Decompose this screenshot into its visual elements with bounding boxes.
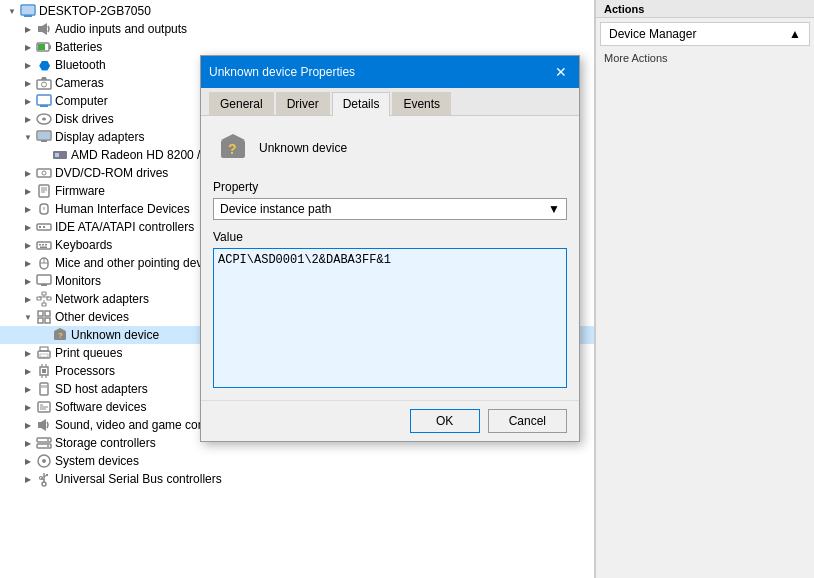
mouse-icon [36, 255, 52, 271]
svg-rect-3 [38, 26, 42, 32]
audio-label: Audio inputs and outputs [55, 22, 187, 36]
processors-label: Processors [55, 364, 115, 378]
root-label: DESKTOP-2GB7050 [39, 4, 151, 18]
svg-rect-52 [38, 318, 43, 323]
svg-marker-4 [42, 23, 47, 35]
mice-expand-icon: ▶ [20, 255, 36, 271]
other-expand-icon: ▼ [20, 309, 36, 325]
sound-expand-icon: ▶ [20, 417, 36, 433]
svg-point-79 [47, 445, 49, 447]
svg-rect-50 [38, 311, 43, 316]
svg-rect-2 [22, 6, 34, 14]
svg-rect-74 [38, 422, 41, 428]
ide-label: IDE ATA/ATAPI controllers [55, 220, 194, 234]
print-expand-icon: ▶ [20, 345, 36, 361]
svg-point-87 [42, 482, 46, 486]
svg-rect-17 [38, 132, 50, 139]
tree-root[interactable]: ▼ DESKTOP-2GB7050 [0, 2, 594, 20]
svg-point-78 [47, 439, 49, 441]
dialog-titlebar: Unknown device Properties ✕ [201, 56, 579, 88]
svg-rect-84 [46, 474, 48, 476]
device-info-name: Unknown device [259, 141, 347, 155]
svg-rect-66 [40, 383, 48, 395]
more-actions-item[interactable]: More Actions [596, 50, 814, 66]
system-icon [36, 453, 52, 469]
firmware-expand-icon: ▶ [20, 183, 36, 199]
tab-general[interactable]: General [209, 92, 274, 115]
cancel-button[interactable]: Cancel [488, 409, 567, 433]
other-label: Other devices [55, 310, 129, 324]
tree-item-batteries[interactable]: ▶ Batteries [0, 38, 594, 56]
storage-expand-icon: ▶ [20, 435, 36, 451]
ide-expand-icon: ▶ [20, 219, 36, 235]
property-dropdown-value: Device instance path [220, 202, 331, 216]
sd-label: SD host adapters [55, 382, 148, 396]
hid-icon [36, 201, 52, 217]
monitors-expand-icon: ▶ [20, 273, 36, 289]
other-icon [36, 309, 52, 325]
svg-rect-31 [43, 226, 45, 228]
unknown-device-label: Unknown device [71, 328, 159, 342]
camera-icon [36, 75, 52, 91]
svg-rect-1 [24, 15, 32, 17]
tab-driver[interactable]: Driver [276, 92, 330, 115]
keyboards-expand-icon: ▶ [20, 237, 36, 253]
monitors-label: Monitors [55, 274, 101, 288]
svg-marker-75 [41, 419, 46, 431]
dialog-title: Unknown device Properties [209, 65, 355, 79]
mice-label: Mice and other pointing devices [55, 256, 224, 270]
value-box[interactable]: ACPI\ASD0001\2&DABA3FF&1 [213, 248, 567, 388]
batteries-expand-icon: ▶ [20, 39, 36, 55]
tree-item-system[interactable]: ▶ System devices [0, 452, 594, 470]
device-manager-button[interactable]: Device Manager ▲ [600, 22, 810, 46]
cameras-expand-icon: ▶ [20, 75, 36, 91]
root-expand-icon: ▼ [4, 3, 20, 19]
dialog-close-button[interactable]: ✕ [551, 62, 571, 82]
svg-rect-45 [42, 303, 46, 306]
value-content: ACPI\ASD0001\2&DABA3FF&1 [218, 253, 391, 267]
actions-label: Actions [604, 3, 644, 15]
tree-item-usb[interactable]: ▶ Universal Serial Bus controllers [0, 470, 594, 488]
svg-text:⬣: ⬣ [39, 58, 51, 73]
amd-icon [52, 147, 68, 163]
tab-events[interactable]: Events [392, 92, 451, 115]
monitor-icon [36, 273, 52, 289]
svg-rect-40 [37, 275, 51, 284]
storage-icon [36, 435, 52, 451]
computer-label: Computer [55, 94, 108, 108]
unknown-device-icon: ? [52, 327, 68, 343]
svg-point-10 [42, 82, 47, 87]
property-dropdown[interactable]: Device instance path ▼ [213, 198, 567, 220]
system-expand-icon: ▶ [20, 453, 36, 469]
svg-rect-42 [42, 292, 46, 295]
svg-marker-11 [41, 77, 47, 80]
value-label: Value [213, 230, 567, 244]
tab-details[interactable]: Details [332, 92, 391, 116]
network-expand-icon: ▶ [20, 291, 36, 307]
ok-button[interactable]: OK [410, 409, 480, 433]
computer2-icon [36, 93, 52, 109]
dvd-label: DVD/CD-ROM drives [55, 166, 168, 180]
tree-item-audio[interactable]: ▶ Audio inputs and outputs [0, 20, 594, 38]
svg-point-15 [42, 118, 46, 121]
sd-expand-icon: ▶ [20, 381, 36, 397]
ide-icon [36, 219, 52, 235]
svg-rect-6 [49, 45, 51, 49]
software-expand-icon: ▶ [20, 399, 36, 415]
batteries-label: Batteries [55, 40, 102, 54]
svg-point-22 [42, 171, 46, 175]
properties-dialog: Unknown device Properties ✕ General Driv… [200, 55, 580, 442]
computer-expand-icon: ▶ [20, 93, 36, 109]
keyboards-label: Keyboards [55, 238, 112, 252]
software-label: Software devices [55, 400, 146, 414]
svg-rect-21 [37, 169, 51, 177]
svg-rect-51 [45, 311, 50, 316]
processor-icon [36, 363, 52, 379]
firmware-icon [36, 183, 52, 199]
svg-text:?: ? [58, 331, 63, 340]
svg-rect-18 [41, 140, 47, 142]
svg-rect-7 [38, 44, 45, 50]
display-label: Display adapters [55, 130, 144, 144]
disk-icon [36, 111, 52, 127]
computer-icon [20, 3, 36, 19]
